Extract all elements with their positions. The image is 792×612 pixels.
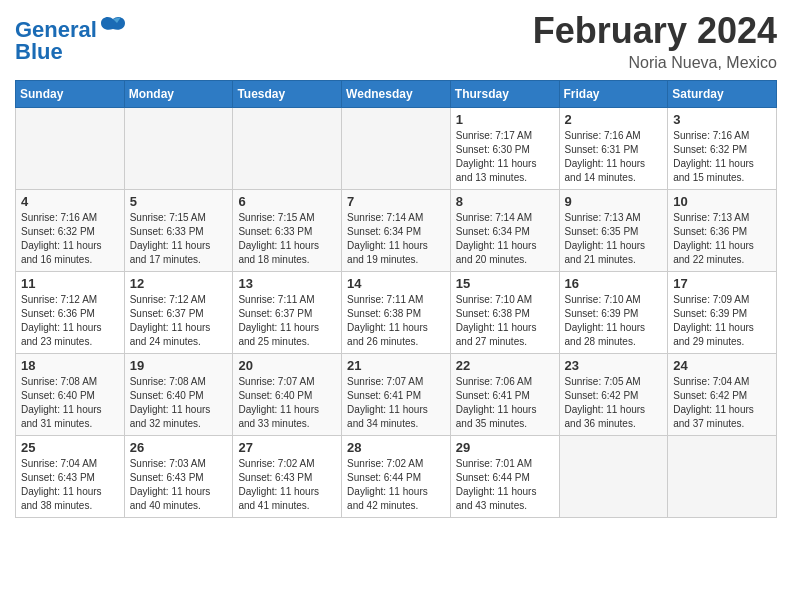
day-info: Sunrise: 7:03 AMSunset: 6:43 PMDaylight:… [130, 457, 228, 513]
calendar-cell: 17Sunrise: 7:09 AMSunset: 6:39 PMDayligh… [668, 272, 777, 354]
day-number: 28 [347, 440, 445, 455]
day-info: Sunrise: 7:14 AMSunset: 6:34 PMDaylight:… [456, 211, 554, 267]
day-info: Sunrise: 7:11 AMSunset: 6:37 PMDaylight:… [238, 293, 336, 349]
day-number: 13 [238, 276, 336, 291]
calendar-week-3: 18Sunrise: 7:08 AMSunset: 6:40 PMDayligh… [16, 354, 777, 436]
day-info: Sunrise: 7:15 AMSunset: 6:33 PMDaylight:… [130, 211, 228, 267]
calendar-cell: 20Sunrise: 7:07 AMSunset: 6:40 PMDayligh… [233, 354, 342, 436]
day-info: Sunrise: 7:17 AMSunset: 6:30 PMDaylight:… [456, 129, 554, 185]
calendar-cell [668, 436, 777, 518]
day-info: Sunrise: 7:04 AMSunset: 6:43 PMDaylight:… [21, 457, 119, 513]
day-number: 5 [130, 194, 228, 209]
day-info: Sunrise: 7:15 AMSunset: 6:33 PMDaylight:… [238, 211, 336, 267]
calendar-cell: 10Sunrise: 7:13 AMSunset: 6:36 PMDayligh… [668, 190, 777, 272]
day-number: 9 [565, 194, 663, 209]
day-info: Sunrise: 7:08 AMSunset: 6:40 PMDaylight:… [21, 375, 119, 431]
day-info: Sunrise: 7:05 AMSunset: 6:42 PMDaylight:… [565, 375, 663, 431]
day-info: Sunrise: 7:02 AMSunset: 6:43 PMDaylight:… [238, 457, 336, 513]
day-number: 10 [673, 194, 771, 209]
day-number: 11 [21, 276, 119, 291]
day-number: 23 [565, 358, 663, 373]
calendar-cell: 1Sunrise: 7:17 AMSunset: 6:30 PMDaylight… [450, 108, 559, 190]
day-info: Sunrise: 7:13 AMSunset: 6:36 PMDaylight:… [673, 211, 771, 267]
calendar-cell: 28Sunrise: 7:02 AMSunset: 6:44 PMDayligh… [342, 436, 451, 518]
calendar-cell: 11Sunrise: 7:12 AMSunset: 6:36 PMDayligh… [16, 272, 125, 354]
calendar-cell: 9Sunrise: 7:13 AMSunset: 6:35 PMDaylight… [559, 190, 668, 272]
day-number: 21 [347, 358, 445, 373]
day-number: 1 [456, 112, 554, 127]
header: General Blue February 2024 Noria Nueva, … [15, 10, 777, 72]
calendar-week-4: 25Sunrise: 7:04 AMSunset: 6:43 PMDayligh… [16, 436, 777, 518]
weekday-header-sunday: Sunday [16, 81, 125, 108]
calendar-cell: 3Sunrise: 7:16 AMSunset: 6:32 PMDaylight… [668, 108, 777, 190]
day-info: Sunrise: 7:10 AMSunset: 6:38 PMDaylight:… [456, 293, 554, 349]
day-number: 2 [565, 112, 663, 127]
day-info: Sunrise: 7:04 AMSunset: 6:42 PMDaylight:… [673, 375, 771, 431]
logo-blue-text: Blue [15, 41, 127, 63]
main-title: February 2024 [533, 10, 777, 52]
calendar-cell [16, 108, 125, 190]
day-info: Sunrise: 7:08 AMSunset: 6:40 PMDaylight:… [130, 375, 228, 431]
day-number: 3 [673, 112, 771, 127]
calendar-cell: 7Sunrise: 7:14 AMSunset: 6:34 PMDaylight… [342, 190, 451, 272]
day-number: 7 [347, 194, 445, 209]
day-number: 8 [456, 194, 554, 209]
day-info: Sunrise: 7:16 AMSunset: 6:32 PMDaylight:… [673, 129, 771, 185]
calendar-cell: 26Sunrise: 7:03 AMSunset: 6:43 PMDayligh… [124, 436, 233, 518]
weekday-header-tuesday: Tuesday [233, 81, 342, 108]
day-number: 22 [456, 358, 554, 373]
day-number: 17 [673, 276, 771, 291]
calendar-cell [559, 436, 668, 518]
day-info: Sunrise: 7:16 AMSunset: 6:32 PMDaylight:… [21, 211, 119, 267]
day-number: 16 [565, 276, 663, 291]
calendar-cell: 13Sunrise: 7:11 AMSunset: 6:37 PMDayligh… [233, 272, 342, 354]
day-info: Sunrise: 7:11 AMSunset: 6:38 PMDaylight:… [347, 293, 445, 349]
calendar-cell: 14Sunrise: 7:11 AMSunset: 6:38 PMDayligh… [342, 272, 451, 354]
day-info: Sunrise: 7:02 AMSunset: 6:44 PMDaylight:… [347, 457, 445, 513]
logo-bird-icon [99, 15, 127, 37]
day-number: 26 [130, 440, 228, 455]
calendar-cell: 23Sunrise: 7:05 AMSunset: 6:42 PMDayligh… [559, 354, 668, 436]
day-info: Sunrise: 7:06 AMSunset: 6:41 PMDaylight:… [456, 375, 554, 431]
day-number: 15 [456, 276, 554, 291]
sub-title: Noria Nueva, Mexico [533, 54, 777, 72]
calendar-cell: 15Sunrise: 7:10 AMSunset: 6:38 PMDayligh… [450, 272, 559, 354]
day-number: 27 [238, 440, 336, 455]
calendar-cell: 6Sunrise: 7:15 AMSunset: 6:33 PMDaylight… [233, 190, 342, 272]
calendar-cell: 12Sunrise: 7:12 AMSunset: 6:37 PMDayligh… [124, 272, 233, 354]
day-info: Sunrise: 7:09 AMSunset: 6:39 PMDaylight:… [673, 293, 771, 349]
day-number: 14 [347, 276, 445, 291]
weekday-header-thursday: Thursday [450, 81, 559, 108]
calendar-cell: 5Sunrise: 7:15 AMSunset: 6:33 PMDaylight… [124, 190, 233, 272]
calendar-cell: 2Sunrise: 7:16 AMSunset: 6:31 PMDaylight… [559, 108, 668, 190]
calendar-cell: 4Sunrise: 7:16 AMSunset: 6:32 PMDaylight… [16, 190, 125, 272]
day-info: Sunrise: 7:07 AMSunset: 6:41 PMDaylight:… [347, 375, 445, 431]
day-number: 24 [673, 358, 771, 373]
day-info: Sunrise: 7:16 AMSunset: 6:31 PMDaylight:… [565, 129, 663, 185]
calendar-cell: 16Sunrise: 7:10 AMSunset: 6:39 PMDayligh… [559, 272, 668, 354]
day-number: 4 [21, 194, 119, 209]
calendar-week-1: 4Sunrise: 7:16 AMSunset: 6:32 PMDaylight… [16, 190, 777, 272]
day-number: 29 [456, 440, 554, 455]
logo-text: General [15, 15, 127, 41]
weekday-header-monday: Monday [124, 81, 233, 108]
calendar-week-2: 11Sunrise: 7:12 AMSunset: 6:36 PMDayligh… [16, 272, 777, 354]
day-info: Sunrise: 7:13 AMSunset: 6:35 PMDaylight:… [565, 211, 663, 267]
calendar-cell: 29Sunrise: 7:01 AMSunset: 6:44 PMDayligh… [450, 436, 559, 518]
calendar-cell [342, 108, 451, 190]
calendar-cell: 18Sunrise: 7:08 AMSunset: 6:40 PMDayligh… [16, 354, 125, 436]
calendar-table: SundayMondayTuesdayWednesdayThursdayFrid… [15, 80, 777, 518]
day-number: 25 [21, 440, 119, 455]
day-number: 6 [238, 194, 336, 209]
day-number: 19 [130, 358, 228, 373]
weekday-header-row: SundayMondayTuesdayWednesdayThursdayFrid… [16, 81, 777, 108]
day-info: Sunrise: 7:10 AMSunset: 6:39 PMDaylight:… [565, 293, 663, 349]
day-info: Sunrise: 7:01 AMSunset: 6:44 PMDaylight:… [456, 457, 554, 513]
calendar-cell: 19Sunrise: 7:08 AMSunset: 6:40 PMDayligh… [124, 354, 233, 436]
calendar-cell: 21Sunrise: 7:07 AMSunset: 6:41 PMDayligh… [342, 354, 451, 436]
logo: General Blue [15, 15, 127, 63]
title-area: February 2024 Noria Nueva, Mexico [533, 10, 777, 72]
calendar-cell: 25Sunrise: 7:04 AMSunset: 6:43 PMDayligh… [16, 436, 125, 518]
day-number: 20 [238, 358, 336, 373]
calendar-cell [124, 108, 233, 190]
